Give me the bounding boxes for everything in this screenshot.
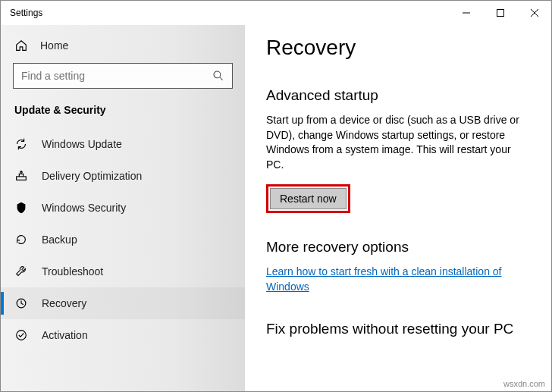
titlebar-controls — [449, 1, 551, 25]
advanced-startup-heading: Advanced startup — [266, 87, 530, 104]
sidebar: Home Update & Security Windows Update — [1, 25, 245, 391]
sync-icon — [14, 137, 28, 151]
home-label: Home — [40, 39, 68, 52]
page-title: Recovery — [266, 36, 530, 60]
nav-item-windows-security[interactable]: Windows Security — [1, 192, 245, 224]
nav-label: Windows Update — [42, 138, 122, 150]
search-icon — [212, 70, 224, 82]
svg-rect-6 — [17, 177, 27, 180]
wrench-icon — [14, 265, 28, 278]
titlebar: Settings — [1, 1, 551, 25]
nav-item-delivery-optimization[interactable]: Delivery Optimization — [1, 160, 245, 192]
restart-now-button[interactable]: Restart now — [270, 188, 347, 209]
svg-point-4 — [214, 71, 221, 78]
advanced-startup-body: Start up from a device or disc (such as … — [266, 113, 530, 172]
search-input[interactable] — [21, 70, 194, 82]
home-link[interactable]: Home — [1, 33, 245, 63]
close-icon — [531, 9, 538, 17]
content-pane: Recovery Advanced startup Start up from … — [245, 25, 551, 391]
nav-label: Activation — [42, 329, 88, 341]
svg-line-5 — [220, 77, 223, 80]
window-body: Home Update & Security Windows Update — [1, 25, 551, 391]
close-button[interactable] — [517, 1, 551, 25]
svg-rect-1 — [497, 10, 503, 17]
backup-icon — [14, 233, 28, 246]
watermark: wsxdn.com — [503, 379, 545, 388]
search-box[interactable] — [13, 63, 233, 89]
minimize-button[interactable] — [449, 1, 483, 25]
nav-label: Delivery Optimization — [42, 170, 142, 182]
window-title: Settings — [10, 8, 42, 18]
nav-item-windows-update[interactable]: Windows Update — [1, 128, 245, 160]
nav-label: Backup — [42, 234, 77, 246]
nav-label: Troubleshoot — [42, 265, 103, 278]
nav-label: Windows Security — [42, 202, 126, 214]
check-icon — [14, 328, 28, 342]
settings-window: Settings Home — [0, 0, 552, 392]
nav-item-troubleshoot[interactable]: Troubleshoot — [1, 256, 245, 287]
fresh-install-link[interactable]: Learn how to start fresh with a clean in… — [266, 265, 530, 294]
svg-point-8 — [17, 331, 27, 340]
nav-item-backup[interactable]: Backup — [1, 224, 245, 256]
home-icon — [14, 39, 28, 52]
recovery-icon — [14, 296, 28, 310]
nav-item-activation[interactable]: Activation — [1, 319, 245, 351]
nav-label: Recovery — [42, 297, 86, 309]
delivery-icon — [14, 169, 28, 183]
fix-problems-heading: Fix problems without resetting your PC — [266, 321, 530, 337]
nav-list: Windows Update Delivery Optimization Win… — [1, 128, 245, 351]
nav-item-recovery[interactable]: Recovery — [1, 287, 245, 319]
maximize-icon — [497, 9, 504, 17]
maximize-button[interactable] — [483, 1, 517, 25]
restart-highlight: Restart now — [266, 184, 350, 213]
more-recovery-heading: More recovery options — [266, 239, 530, 256]
category-heading: Update & Security — [1, 102, 245, 128]
minimize-icon — [463, 9, 470, 17]
shield-icon — [14, 201, 28, 215]
